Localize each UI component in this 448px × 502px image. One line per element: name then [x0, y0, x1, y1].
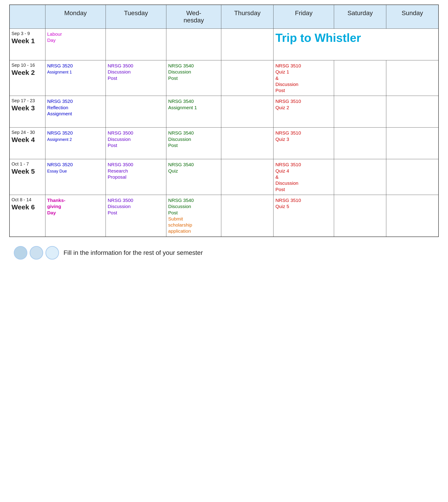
- week6-wednesday-entry-1: NRSG 3540DiscussionPost: [168, 198, 194, 215]
- circle-3: [46, 246, 59, 259]
- week6-friday: NRSG 3510Quiz 5: [273, 195, 334, 237]
- week5-wednesday-entry: NRSG 3540Quiz: [168, 162, 194, 173]
- week2-tuesday: NRSG 3500DiscussionPost: [106, 60, 166, 96]
- col-header-sunday: Sunday: [386, 5, 438, 29]
- week4-friday-entry: NRSG 3510Quiz 3: [275, 130, 301, 142]
- week6-wednesday-entry-2: Submitscholarshipapplication: [168, 216, 192, 234]
- week-num-1: Week 1: [12, 37, 43, 45]
- col-header-friday: Friday: [273, 5, 334, 29]
- week3-monday: NRSG 3520ReflectionAssignment: [45, 96, 106, 128]
- week1-monday: LabourDay: [45, 29, 106, 60]
- week6-tuesday: NRSG 3500DiscussionPost: [106, 195, 166, 237]
- col-header-saturday: Saturday: [334, 5, 386, 29]
- week2-wednesday-entry: NRSG 3540DiscussionPost: [168, 63, 194, 81]
- week6-thursday: [221, 195, 273, 237]
- week6-saturday: [334, 195, 386, 237]
- week4-wednesday-entry: NRSG 3540DiscussionPost: [168, 130, 194, 148]
- circle-2: [30, 246, 43, 259]
- circle-1: [14, 246, 27, 259]
- week-num-6: Week 6: [12, 203, 43, 211]
- week2-saturday: [334, 60, 386, 96]
- table-row: Oct 1 - 7 Week 5 NRSG 3520Essay Due NRSG…: [10, 159, 438, 195]
- week5-tuesday-entry: NRSG 3500ResearchProposal: [108, 162, 133, 179]
- week-label-3: Sep 17 - 23 Week 3: [10, 96, 45, 128]
- week1-monday-entry: LabourDay: [47, 32, 62, 43]
- week-label-1: Sep 3 - 9 Week 1: [10, 29, 45, 60]
- week-num-4: Week 4: [12, 136, 43, 144]
- week-label-2: Sep 10 - 16 Week 2: [10, 60, 45, 96]
- week5-wednesday: NRSG 3540Quiz: [166, 159, 221, 195]
- week5-thursday: [221, 159, 273, 195]
- week3-saturday: [334, 96, 386, 128]
- week4-sunday: [386, 128, 438, 159]
- week3-sunday: [386, 96, 438, 128]
- week2-thursday: [221, 60, 273, 96]
- week3-friday-entry: NRSG 3510Quiz 2: [275, 98, 301, 110]
- week4-tuesday: NRSG 3500DiscussionPost: [106, 128, 166, 159]
- col-header-tuesday: Tuesday: [106, 5, 166, 29]
- footer: Fill in the information for the rest of …: [9, 244, 439, 262]
- week3-friday: NRSG 3510Quiz 2: [273, 96, 334, 128]
- calendar-wrapper: Monday Tuesday Wed-nesday Thursday Frida…: [9, 4, 439, 262]
- date-range-5: Oct 1 - 7: [12, 162, 43, 167]
- week4-monday: NRSG 3520Assignment 2: [45, 128, 106, 159]
- week2-tuesday-entry: NRSG 3500DiscussionPost: [108, 63, 133, 81]
- week3-monday-entry: NRSG 3520ReflectionAssignment: [47, 98, 73, 116]
- trip-whistler-label: Trip to Whistler: [275, 31, 361, 44]
- week2-friday-entry: NRSG 3510Quiz 1&DiscussionPost: [275, 63, 301, 93]
- week1-wednesday: [166, 29, 221, 60]
- week-label-4: Sep 24 - 30 Week 4: [10, 128, 45, 159]
- week5-tuesday: NRSG 3500ResearchProposal: [106, 159, 166, 195]
- week4-wednesday: NRSG 3540DiscussionPost: [166, 128, 221, 159]
- table-row: Sep 3 - 9 Week 1 LabourDay Trip to Whist…: [10, 29, 438, 60]
- week-num-2: Week 2: [12, 69, 43, 76]
- table-row: Oct 8 - 14 Week 6 Thanks-givingDay NRSG …: [10, 195, 438, 237]
- footer-text: Fill in the information for the rest of …: [64, 249, 203, 257]
- week-num-5: Week 5: [12, 168, 43, 175]
- week5-saturday: [334, 159, 386, 195]
- date-range-2: Sep 10 - 16: [12, 63, 43, 68]
- week4-saturday: [334, 128, 386, 159]
- week6-monday: Thanks-givingDay: [45, 195, 106, 237]
- week1-tuesday: [106, 29, 166, 60]
- col-header-week: [10, 5, 45, 29]
- col-header-monday: Monday: [45, 5, 106, 29]
- week6-wednesday: NRSG 3540DiscussionPost Submitscholarshi…: [166, 195, 221, 237]
- date-range-1: Sep 3 - 9: [12, 31, 43, 36]
- date-range-6: Oct 8 - 14: [12, 197, 43, 202]
- week-label-6: Oct 8 - 14 Week 6: [10, 195, 45, 237]
- week3-tuesday: [106, 96, 166, 128]
- table-row: Sep 10 - 16 Week 2 NRSG 3520Assignment 1…: [10, 60, 438, 96]
- week4-friday: NRSG 3510Quiz 3: [273, 128, 334, 159]
- week1-trip: Trip to Whistler: [273, 29, 438, 60]
- week4-tuesday-entry: NRSG 3500DiscussionPost: [108, 130, 133, 148]
- week6-monday-entry: Thanks-givingDay: [47, 198, 65, 215]
- date-range-4: Sep 24 - 30: [12, 130, 43, 135]
- table-row: Sep 17 - 23 Week 3 NRSG 3520ReflectionAs…: [10, 96, 438, 128]
- week2-monday: NRSG 3520Assignment 1: [45, 60, 106, 96]
- week6-friday-entry: NRSG 3510Quiz 5: [275, 198, 301, 209]
- col-header-wednesday: Wed-nesday: [166, 5, 221, 29]
- week4-monday-entry: NRSG 3520Assignment 2: [47, 130, 73, 142]
- week5-monday: NRSG 3520Essay Due: [45, 159, 106, 195]
- week1-thursday: [221, 29, 273, 60]
- week2-sunday: [386, 60, 438, 96]
- table-row: Sep 24 - 30 Week 4 NRSG 3520Assignment 2…: [10, 128, 438, 159]
- week5-friday: NRSG 3510Quiz 4&DiscussionPost: [273, 159, 334, 195]
- week5-monday-entry: NRSG 3520Essay Due: [47, 162, 73, 173]
- week6-sunday: [386, 195, 438, 237]
- week5-friday-entry: NRSG 3510Quiz 4&DiscussionPost: [275, 162, 301, 192]
- week3-wednesday-entry: NRSG 3540Assignment 1: [168, 98, 197, 110]
- week2-wednesday: NRSG 3540DiscussionPost: [166, 60, 221, 96]
- week6-tuesday-entry: NRSG 3500DiscussionPost: [108, 198, 133, 215]
- week5-sunday: [386, 159, 438, 195]
- week4-thursday: [221, 128, 273, 159]
- col-header-thursday: Thursday: [221, 5, 273, 29]
- week2-friday: NRSG 3510Quiz 1&DiscussionPost: [273, 60, 334, 96]
- schedule-table: Monday Tuesday Wed-nesday Thursday Frida…: [9, 4, 439, 237]
- week-label-5: Oct 1 - 7 Week 5: [10, 159, 45, 195]
- week2-monday-entry: NRSG 3520Assignment 1: [47, 63, 73, 74]
- header-row: Monday Tuesday Wed-nesday Thursday Frida…: [10, 5, 438, 29]
- date-range-3: Sep 17 - 23: [12, 98, 43, 103]
- week-num-3: Week 3: [12, 104, 43, 112]
